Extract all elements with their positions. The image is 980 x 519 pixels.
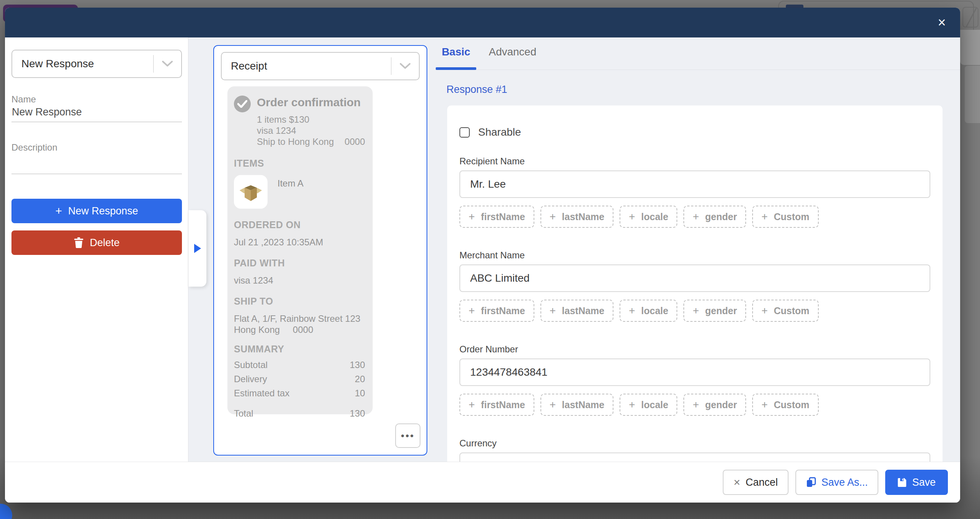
- x-icon: ×: [733, 477, 740, 488]
- tag-button-lastname[interactable]: +lastName: [540, 394, 614, 416]
- tag-buttons-row: +firstName+lastName+locale+gender+Custom: [459, 394, 930, 416]
- tag-button-label: gender: [705, 399, 737, 410]
- tag-button-custom[interactable]: +Custom: [752, 394, 818, 416]
- plus-icon: +: [550, 305, 556, 316]
- receipt-title: Order confirmation: [257, 96, 365, 109]
- cancel-button[interactable]: × Cancel: [723, 470, 789, 495]
- backdrop-edit-icon: [962, 7, 978, 28]
- summary-total-label: Total: [234, 406, 253, 420]
- sharable-checkbox[interactable]: [459, 127, 470, 138]
- chevron-down-icon: [391, 63, 419, 69]
- tag-buttons-row: +firstName+lastName+locale+gender+Custom: [459, 206, 930, 228]
- receipt-preview-card: Order confirmation 1 items $130 visa 123…: [227, 86, 373, 414]
- tag-button-label: lastName: [562, 305, 604, 316]
- description-input[interactable]: [11, 153, 182, 174]
- summary-total-row: Total 130: [234, 406, 365, 420]
- tag-button-label: Custom: [774, 399, 810, 410]
- new-response-button[interactable]: + New Response: [11, 199, 182, 223]
- more-options-button[interactable]: •••: [395, 423, 420, 448]
- ship-to-postcode: 0000: [293, 324, 313, 335]
- tag-button-gender[interactable]: +gender: [683, 300, 746, 322]
- receipt-line-ship-code: 0000: [345, 136, 365, 147]
- field-label: Merchant Name: [459, 250, 930, 261]
- backdrop-floating-button: [0, 504, 12, 519]
- tab-basic[interactable]: Basic: [436, 46, 476, 70]
- tag-button-label: locale: [641, 305, 668, 316]
- ship-to-city: Hong Kong: [234, 324, 280, 335]
- tag-button-locale[interactable]: +locale: [620, 394, 677, 416]
- plus-icon: +: [693, 399, 699, 410]
- tag-button-locale[interactable]: +locale: [620, 206, 677, 228]
- tag-button-label: locale: [641, 211, 668, 222]
- field-label: Order Number: [459, 344, 930, 355]
- tag-button-gender[interactable]: +gender: [683, 394, 746, 416]
- recipient-name-input[interactable]: [459, 170, 930, 198]
- merchant-name-input[interactable]: [459, 264, 930, 292]
- summary-row: Subtotal 130: [234, 358, 365, 372]
- plus-icon: +: [550, 399, 556, 410]
- tag-button-lastname[interactable]: +lastName: [540, 206, 614, 228]
- summary-row-label: Delivery: [234, 372, 267, 386]
- receipt-line-payment: visa 1234: [257, 125, 365, 136]
- summary-header: SUMMARY: [234, 344, 365, 355]
- plus-icon: +: [629, 305, 635, 316]
- summary-row-label: Subtotal: [234, 358, 268, 372]
- tag-button-label: gender: [705, 211, 737, 222]
- field-label: Currency: [459, 438, 930, 449]
- tag-button-lastname[interactable]: +lastName: [540, 300, 614, 322]
- summary-row-label: Estimated tax: [234, 386, 289, 400]
- tag-button-custom[interactable]: +Custom: [752, 206, 818, 228]
- plus-icon: +: [469, 211, 475, 222]
- editor-tabs: Basic Advanced: [436, 46, 960, 70]
- description-label: Description: [11, 142, 182, 153]
- expand-panel-handle[interactable]: [188, 210, 206, 287]
- template-select-value: Receipt: [222, 60, 391, 72]
- save-button[interactable]: Save: [885, 470, 948, 495]
- item-image: [234, 175, 268, 209]
- tag-button-label: lastName: [562, 399, 604, 410]
- tag-button-label: firstName: [481, 211, 525, 222]
- plus-icon: +: [693, 305, 699, 316]
- response-select[interactable]: New Response: [11, 50, 182, 78]
- field-currency: Currency: [459, 438, 930, 462]
- ship-to-header: SHIP TO: [234, 296, 365, 307]
- currency-input[interactable]: [459, 453, 930, 462]
- tag-buttons-row: +firstName+lastName+locale+gender+Custom: [459, 300, 930, 322]
- tag-button-label: lastName: [562, 211, 604, 222]
- cancel-button-label: Cancel: [746, 477, 778, 488]
- summary-total-value: 130: [350, 406, 365, 420]
- save-as-button[interactable]: Save As...: [795, 470, 879, 495]
- tag-button-label: gender: [705, 305, 737, 316]
- tab-advanced[interactable]: Advanced: [476, 46, 549, 70]
- tag-button-firstname[interactable]: +firstName: [459, 394, 534, 416]
- template-select[interactable]: Receipt: [221, 52, 420, 80]
- ordered-on-header: ORDERED ON: [234, 219, 365, 230]
- response-list-panel: New Response Name Description + New Resp…: [5, 37, 188, 462]
- tag-button-firstname[interactable]: +firstName: [459, 300, 534, 322]
- tag-button-label: Custom: [774, 211, 810, 222]
- response-select-value: New Response: [12, 58, 153, 70]
- tag-button-locale[interactable]: +locale: [620, 300, 677, 322]
- tag-button-gender[interactable]: +gender: [683, 206, 746, 228]
- delete-button[interactable]: Delete: [11, 230, 182, 255]
- close-icon[interactable]: ×: [932, 13, 952, 32]
- order-number-input[interactable]: [459, 358, 930, 386]
- paid-with-header: PAID WITH: [234, 258, 365, 269]
- play-icon: [194, 244, 201, 253]
- name-input[interactable]: [11, 105, 182, 122]
- backdrop-panel-fragment: [960, 30, 980, 65]
- response-1-link[interactable]: Response #1: [446, 84, 507, 96]
- save-disk-icon: [897, 478, 907, 487]
- name-label: Name: [11, 94, 182, 105]
- field-label: Recipient Name: [459, 156, 930, 167]
- summary-row-value: 10: [355, 386, 365, 400]
- sharable-label: Sharable: [478, 126, 521, 138]
- tag-button-firstname[interactable]: +firstName: [459, 206, 534, 228]
- ship-to-address-line1: Flat A, 1/F, Rainbow Street 123: [234, 313, 365, 324]
- plus-icon: +: [629, 211, 635, 222]
- ship-to-address-line2: Hong Kong0000: [234, 324, 365, 335]
- tag-button-custom[interactable]: +Custom: [752, 300, 818, 322]
- modal-footer: × Cancel Save As... Save: [5, 462, 960, 503]
- template-preview-panel: Receipt Order confirmation 1 items $130: [213, 45, 427, 456]
- summary-row-value: 130: [350, 358, 365, 372]
